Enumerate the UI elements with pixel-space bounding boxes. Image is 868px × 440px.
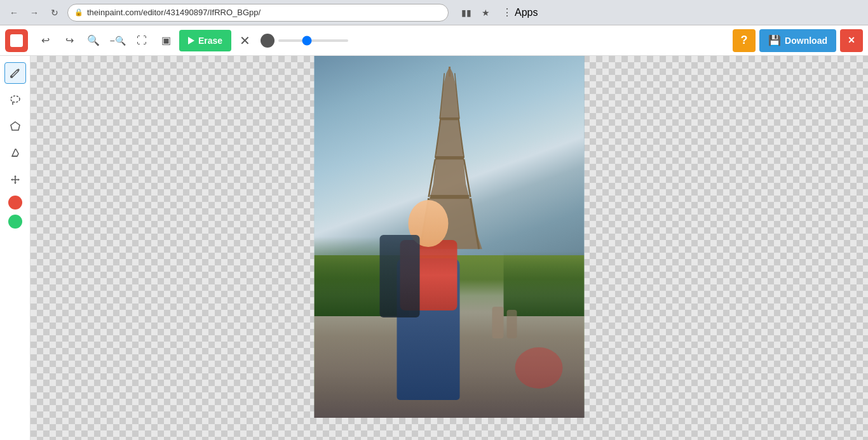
bg-person-1	[492, 307, 503, 338]
photo-canvas	[315, 56, 585, 418]
cast-button[interactable]: ▮▮	[459, 5, 474, 20]
help-label: ?	[741, 34, 748, 47]
url-text: theinpaint.com/editor/431490897/IfRRO_BG…	[87, 8, 261, 17]
toolbar-right: ? 💾 Download ×	[733, 29, 863, 52]
undo-button[interactable]: ↩	[34, 30, 56, 51]
bookmark-button[interactable]: ★	[478, 5, 493, 20]
erase-label: Erase	[198, 36, 222, 46]
brush-size-container	[261, 34, 348, 48]
lasso-tool-button[interactable]	[4, 89, 26, 110]
erase-button[interactable]: Erase	[179, 30, 231, 51]
forward-button[interactable]: →	[27, 5, 42, 20]
download-label: Download	[785, 36, 827, 46]
brush-slider[interactable]	[278, 39, 348, 42]
address-bar[interactable]: 🔒 theinpaint.com/editor/431490897/IfRRO_…	[67, 4, 449, 22]
play-icon	[188, 37, 194, 44]
browser-actions: ▮▮ ★	[459, 5, 493, 20]
color-green-button[interactable]	[8, 215, 22, 229]
svg-point-1	[11, 96, 20, 102]
canvas-area[interactable]	[31, 56, 868, 440]
polygon-tool-button[interactable]	[4, 116, 26, 137]
brush-size-indicator	[261, 34, 275, 48]
download-icon: 💾	[768, 34, 781, 46]
logo-button[interactable]	[5, 29, 28, 52]
bg-person-2	[506, 310, 517, 338]
zoom-fit-button[interactable]: ⛶	[131, 30, 153, 51]
left-sidebar	[0, 56, 31, 440]
redo-button[interactable]: ↪	[58, 30, 80, 51]
close-label: ×	[848, 34, 855, 47]
browser-bar: ← → ↻ 🔒 theinpaint.com/editor/431490897/…	[0, 0, 868, 25]
close-button[interactable]: ×	[840, 29, 863, 52]
move-icon	[10, 174, 21, 185]
zoom-out-button[interactable]: −🔍	[107, 30, 128, 51]
cancel-button[interactable]: ✕	[234, 30, 255, 51]
polygon-icon	[10, 121, 21, 132]
brush-icon	[10, 67, 21, 79]
marker-tool-button[interactable]	[4, 142, 26, 164]
logo-inner	[10, 34, 23, 47]
zoom-actual-button[interactable]: ▣	[155, 30, 177, 51]
trees-right	[503, 251, 585, 317]
help-button[interactable]: ?	[733, 29, 756, 52]
brush-tool-button[interactable]	[4, 62, 26, 84]
main-area	[0, 56, 868, 440]
lock-icon: 🔒	[74, 8, 83, 17]
apps-area: ⋮ Apps	[498, 6, 541, 18]
svg-point-0	[10, 76, 13, 78]
download-button[interactable]: 💾 Download	[759, 29, 836, 52]
color-red-button[interactable]	[8, 196, 22, 210]
lasso-icon	[10, 94, 21, 105]
back-button[interactable]: ←	[6, 5, 22, 20]
move-tool-button[interactable]	[4, 169, 26, 190]
zoom-in-button[interactable]: 🔍	[83, 30, 104, 51]
refresh-button[interactable]: ↻	[47, 5, 62, 20]
person-figure	[369, 164, 483, 400]
apps-label: Apps	[515, 7, 538, 18]
apps-icon: ⋮	[502, 6, 512, 18]
canvas-content	[31, 56, 868, 440]
erase-marker	[515, 347, 563, 389]
toolbar: ↩ ↪ 🔍 −🔍 ⛶ ▣ Erase ✕ ? 💾 Download ×	[0, 25, 868, 56]
marker-icon	[10, 147, 21, 159]
person-backpack	[380, 235, 420, 317]
